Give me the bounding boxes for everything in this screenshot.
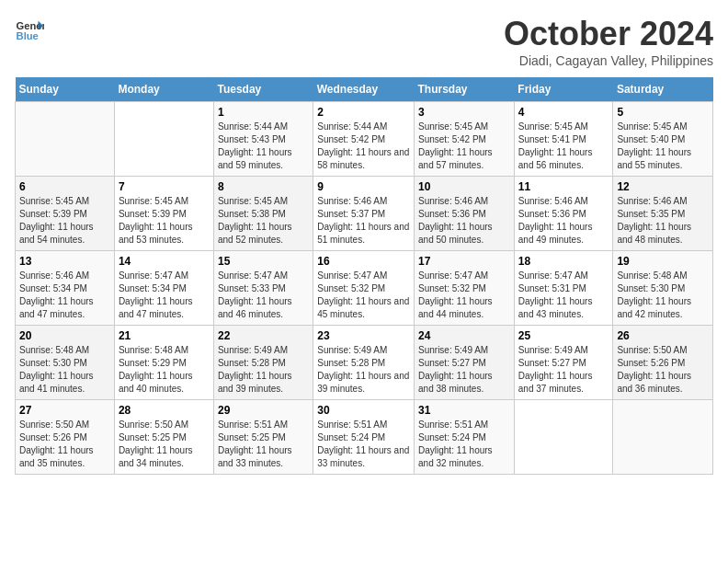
day-number: 11 xyxy=(518,180,609,193)
day-number: 13 xyxy=(19,255,110,268)
calendar-cell: 18Sunrise: 5:47 AM Sunset: 5:31 PM Dayli… xyxy=(514,251,613,326)
calendar-cell: 30Sunrise: 5:51 AM Sunset: 5:24 PM Dayli… xyxy=(313,400,415,475)
weekday-header-tuesday: Tuesday xyxy=(213,77,313,102)
weekday-header-saturday: Saturday xyxy=(613,77,713,102)
day-number: 10 xyxy=(418,180,510,193)
day-info: Sunrise: 5:45 AM Sunset: 5:38 PM Dayligh… xyxy=(218,195,309,247)
location-subtitle: Diadi, Cagayan Valley, Philippines xyxy=(504,53,713,68)
calendar-cell: 8Sunrise: 5:45 AM Sunset: 5:38 PM Daylig… xyxy=(213,177,313,251)
calendar-header-row: SundayMondayTuesdayWednesdayThursdayFrid… xyxy=(16,77,713,102)
calendar-cell: 24Sunrise: 5:49 AM Sunset: 5:27 PM Dayli… xyxy=(415,326,515,400)
day-info: Sunrise: 5:49 AM Sunset: 5:28 PM Dayligh… xyxy=(218,344,309,396)
calendar-cell: 29Sunrise: 5:51 AM Sunset: 5:25 PM Dayli… xyxy=(213,400,313,475)
calendar-cell: 28Sunrise: 5:50 AM Sunset: 5:25 PM Dayli… xyxy=(114,400,213,475)
day-number: 16 xyxy=(317,255,410,268)
day-info: Sunrise: 5:51 AM Sunset: 5:24 PM Dayligh… xyxy=(317,419,410,470)
calendar-cell: 9Sunrise: 5:46 AM Sunset: 5:37 PM Daylig… xyxy=(313,177,415,251)
day-info: Sunrise: 5:46 AM Sunset: 5:36 PM Dayligh… xyxy=(418,195,510,247)
day-info: Sunrise: 5:47 AM Sunset: 5:32 PM Dayligh… xyxy=(418,270,510,321)
day-number: 30 xyxy=(317,404,410,417)
day-info: Sunrise: 5:45 AM Sunset: 5:42 PM Dayligh… xyxy=(418,121,510,172)
calendar-week-2: 6Sunrise: 5:45 AM Sunset: 5:39 PM Daylig… xyxy=(16,177,713,251)
weekday-header-monday: Monday xyxy=(114,77,213,102)
calendar-cell: 26Sunrise: 5:50 AM Sunset: 5:26 PM Dayli… xyxy=(613,326,713,400)
calendar-cell: 20Sunrise: 5:48 AM Sunset: 5:30 PM Dayli… xyxy=(16,326,115,400)
day-info: Sunrise: 5:44 AM Sunset: 5:43 PM Dayligh… xyxy=(218,121,309,172)
day-number: 27 xyxy=(19,404,110,417)
day-number: 7 xyxy=(119,180,210,193)
calendar-week-5: 27Sunrise: 5:50 AM Sunset: 5:26 PM Dayli… xyxy=(16,400,713,475)
calendar-cell: 23Sunrise: 5:49 AM Sunset: 5:28 PM Dayli… xyxy=(313,326,415,400)
day-number: 4 xyxy=(518,106,609,119)
month-title: October 2024 xyxy=(504,15,713,53)
calendar-cell: 15Sunrise: 5:47 AM Sunset: 5:33 PM Dayli… xyxy=(213,251,313,326)
day-info: Sunrise: 5:46 AM Sunset: 5:37 PM Dayligh… xyxy=(317,195,410,247)
day-number: 2 xyxy=(317,106,410,119)
day-info: Sunrise: 5:49 AM Sunset: 5:27 PM Dayligh… xyxy=(418,344,510,396)
day-number: 24 xyxy=(418,329,510,342)
day-number: 20 xyxy=(19,329,110,342)
title-block: October 2024 Diadi, Cagayan Valley, Phil… xyxy=(504,15,713,68)
day-info: Sunrise: 5:47 AM Sunset: 5:34 PM Dayligh… xyxy=(119,270,210,321)
calendar-body: 1Sunrise: 5:44 AM Sunset: 5:43 PM Daylig… xyxy=(16,102,713,475)
calendar-cell xyxy=(514,400,613,475)
day-info: Sunrise: 5:50 AM Sunset: 5:26 PM Dayligh… xyxy=(617,344,709,396)
day-info: Sunrise: 5:48 AM Sunset: 5:30 PM Dayligh… xyxy=(19,344,110,396)
day-info: Sunrise: 5:50 AM Sunset: 5:25 PM Dayligh… xyxy=(119,419,210,470)
day-info: Sunrise: 5:50 AM Sunset: 5:26 PM Dayligh… xyxy=(19,419,110,470)
logo-icon: General Blue xyxy=(15,15,44,44)
day-number: 9 xyxy=(317,180,410,193)
day-number: 18 xyxy=(518,255,609,268)
day-number: 28 xyxy=(119,404,210,417)
day-number: 1 xyxy=(218,106,309,119)
calendar-cell: 13Sunrise: 5:46 AM Sunset: 5:34 PM Dayli… xyxy=(16,251,115,326)
calendar-cell: 19Sunrise: 5:48 AM Sunset: 5:30 PM Dayli… xyxy=(613,251,713,326)
day-number: 22 xyxy=(218,329,309,342)
weekday-header-thursday: Thursday xyxy=(415,77,515,102)
day-info: Sunrise: 5:49 AM Sunset: 5:27 PM Dayligh… xyxy=(518,344,609,396)
calendar-cell: 6Sunrise: 5:45 AM Sunset: 5:39 PM Daylig… xyxy=(16,177,115,251)
day-number: 31 xyxy=(418,404,510,417)
weekday-header-friday: Friday xyxy=(514,77,613,102)
day-number: 15 xyxy=(218,255,309,268)
day-info: Sunrise: 5:47 AM Sunset: 5:33 PM Dayligh… xyxy=(218,270,309,321)
calendar-cell: 10Sunrise: 5:46 AM Sunset: 5:36 PM Dayli… xyxy=(415,177,515,251)
day-info: Sunrise: 5:45 AM Sunset: 5:39 PM Dayligh… xyxy=(19,195,110,247)
calendar-cell xyxy=(16,102,115,177)
calendar-cell: 14Sunrise: 5:47 AM Sunset: 5:34 PM Dayli… xyxy=(114,251,213,326)
day-number: 19 xyxy=(617,255,709,268)
day-number: 26 xyxy=(617,329,709,342)
day-info: Sunrise: 5:48 AM Sunset: 5:30 PM Dayligh… xyxy=(617,270,709,321)
day-number: 14 xyxy=(119,255,210,268)
day-number: 29 xyxy=(218,404,309,417)
day-info: Sunrise: 5:46 AM Sunset: 5:35 PM Dayligh… xyxy=(617,195,709,247)
calendar-cell: 16Sunrise: 5:47 AM Sunset: 5:32 PM Dayli… xyxy=(313,251,415,326)
day-number: 23 xyxy=(317,329,410,342)
day-number: 8 xyxy=(218,180,309,193)
day-info: Sunrise: 5:45 AM Sunset: 5:39 PM Dayligh… xyxy=(119,195,210,247)
calendar-cell: 5Sunrise: 5:45 AM Sunset: 5:40 PM Daylig… xyxy=(613,102,713,177)
day-info: Sunrise: 5:46 AM Sunset: 5:36 PM Dayligh… xyxy=(518,195,609,247)
weekday-header-wednesday: Wednesday xyxy=(313,77,415,102)
calendar-cell: 22Sunrise: 5:49 AM Sunset: 5:28 PM Dayli… xyxy=(213,326,313,400)
day-number: 25 xyxy=(518,329,609,342)
calendar-cell: 12Sunrise: 5:46 AM Sunset: 5:35 PM Dayli… xyxy=(613,177,713,251)
day-number: 5 xyxy=(617,106,709,119)
day-info: Sunrise: 5:46 AM Sunset: 5:34 PM Dayligh… xyxy=(19,270,110,321)
calendar-week-1: 1Sunrise: 5:44 AM Sunset: 5:43 PM Daylig… xyxy=(16,102,713,177)
calendar-cell xyxy=(613,400,713,475)
calendar-cell: 11Sunrise: 5:46 AM Sunset: 5:36 PM Dayli… xyxy=(514,177,613,251)
day-info: Sunrise: 5:48 AM Sunset: 5:29 PM Dayligh… xyxy=(119,344,210,396)
day-info: Sunrise: 5:47 AM Sunset: 5:31 PM Dayligh… xyxy=(518,270,609,321)
day-number: 6 xyxy=(19,180,110,193)
calendar-cell: 1Sunrise: 5:44 AM Sunset: 5:43 PM Daylig… xyxy=(213,102,313,177)
calendar-cell: 25Sunrise: 5:49 AM Sunset: 5:27 PM Dayli… xyxy=(514,326,613,400)
page-header: General Blue October 2024 Diadi, Cagayan… xyxy=(15,15,713,68)
calendar-cell: 31Sunrise: 5:51 AM Sunset: 5:24 PM Dayli… xyxy=(415,400,515,475)
svg-text:Blue: Blue xyxy=(17,30,39,41)
calendar-cell: 21Sunrise: 5:48 AM Sunset: 5:29 PM Dayli… xyxy=(114,326,213,400)
day-info: Sunrise: 5:51 AM Sunset: 5:25 PM Dayligh… xyxy=(218,419,309,470)
day-info: Sunrise: 5:45 AM Sunset: 5:40 PM Dayligh… xyxy=(617,121,709,172)
calendar-week-4: 20Sunrise: 5:48 AM Sunset: 5:30 PM Dayli… xyxy=(16,326,713,400)
calendar-cell: 4Sunrise: 5:45 AM Sunset: 5:41 PM Daylig… xyxy=(514,102,613,177)
